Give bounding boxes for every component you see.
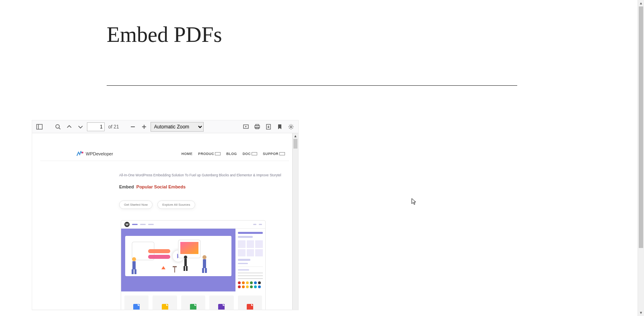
next-page-button[interactable] xyxy=(76,122,85,132)
pdf-scrollbar[interactable]: ▲ xyxy=(292,133,298,310)
svg-point-2 xyxy=(56,124,60,128)
zoom-in-button[interactable] xyxy=(139,122,149,132)
zoom-out-button[interactable] xyxy=(128,122,138,132)
svg-point-31 xyxy=(202,255,206,259)
svg-point-21 xyxy=(82,152,83,153)
wp-icon: W xyxy=(124,222,130,227)
page-scroll-up-icon[interactable]: ▲ xyxy=(638,0,644,6)
page-scrollbar[interactable]: ▲ ▼ xyxy=(638,0,644,316)
prev-page-button[interactable] xyxy=(64,122,74,132)
nav-home: HOME xyxy=(182,152,193,156)
logo-text: WPDeveloper xyxy=(86,151,113,156)
pdf-content-area[interactable]: WPDeveloper HOME PRODUC BLOG DOC SUPPOR … xyxy=(32,133,298,310)
scroll-up-icon[interactable]: ▲ xyxy=(293,133,298,139)
svg-rect-29 xyxy=(132,269,134,274)
svg-rect-38 xyxy=(186,266,188,271)
svg-rect-0 xyxy=(37,124,42,129)
tools-button[interactable] xyxy=(286,122,296,132)
nav-products: PRODUC xyxy=(198,152,221,156)
svg-rect-34 xyxy=(205,268,207,273)
print-button[interactable] xyxy=(252,122,262,132)
search-button[interactable] xyxy=(53,122,63,132)
logo-icon xyxy=(76,151,84,157)
scroll-thumb[interactable] xyxy=(293,139,297,149)
page-title: Embed PDFs xyxy=(107,22,625,47)
pdf-toolbar: of 21 Automatic Zoom xyxy=(32,120,298,133)
svg-line-20 xyxy=(292,125,293,125)
svg-rect-23 xyxy=(148,249,170,253)
nav-blog: BLOG xyxy=(226,152,237,156)
nav-support: SUPPOR xyxy=(263,152,285,156)
svg-point-12 xyxy=(290,126,292,127)
svg-line-19 xyxy=(289,128,289,128)
page-scroll-area[interactable]: Embed PDFs of 21 xyxy=(0,0,625,316)
pdf-page: WPDeveloper HOME PRODUC BLOG DOC SUPPOR … xyxy=(32,133,292,310)
page-number-input[interactable] xyxy=(87,122,105,131)
svg-rect-30 xyxy=(134,269,136,274)
doc-nav: HOME PRODUC BLOG DOC SUPPOR xyxy=(182,152,285,156)
page-scroll-thumb[interactable] xyxy=(639,6,643,248)
doc-cta-secondary: Explore All Sources xyxy=(157,200,195,209)
doc-headline: Embed Popular Social Embeds xyxy=(119,184,285,189)
page-scroll-down-icon[interactable]: ▼ xyxy=(638,310,644,316)
doc-illustration: W xyxy=(121,220,266,310)
zoom-select[interactable]: Automatic Zoom xyxy=(151,122,204,132)
page-total-label: of 21 xyxy=(108,124,119,130)
svg-rect-40 xyxy=(173,266,177,267)
download-button[interactable] xyxy=(264,122,273,132)
doc-header: WPDeveloper HOME PRODUC BLOG DOC SUPPOR xyxy=(40,141,289,161)
svg-point-27 xyxy=(132,257,136,261)
svg-line-18 xyxy=(292,128,293,128)
presentation-mode-button[interactable] xyxy=(241,122,251,132)
svg-rect-36 xyxy=(184,259,187,266)
pdf-viewer: of 21 Automatic Zoom xyxy=(32,120,299,310)
svg-rect-24 xyxy=(148,255,170,259)
svg-rect-39 xyxy=(174,267,175,273)
svg-rect-26 xyxy=(180,242,198,254)
sidebar-toggle-button[interactable] xyxy=(35,122,44,132)
doc-cta-primary: Get Started Now xyxy=(119,200,153,209)
svg-rect-32 xyxy=(203,259,206,268)
doc-tagline: All-In-One WordPress Embedding Solution … xyxy=(119,173,285,177)
svg-rect-28 xyxy=(132,261,136,269)
svg-rect-37 xyxy=(184,266,185,271)
nav-docs: DOC xyxy=(243,152,257,156)
doc-logo: WPDeveloper xyxy=(76,151,113,157)
doc-hero: All-In-One WordPress Embedding Solution … xyxy=(40,161,289,209)
bookmark-button[interactable] xyxy=(275,122,285,132)
divider xyxy=(107,85,517,86)
svg-rect-33 xyxy=(202,268,204,273)
svg-point-35 xyxy=(184,256,187,259)
svg-line-3 xyxy=(59,128,61,129)
svg-line-17 xyxy=(289,125,289,125)
